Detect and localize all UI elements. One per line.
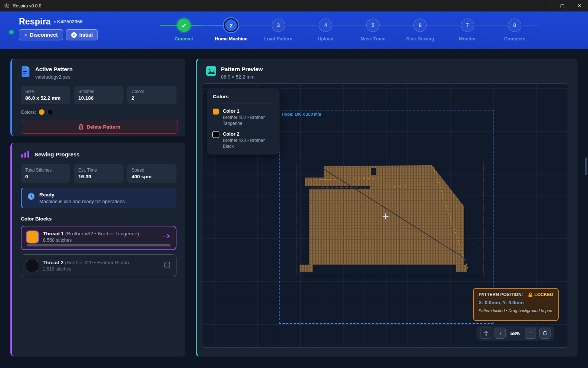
app-logo-icon bbox=[4, 3, 10, 9]
pattern-preview-card: Pattern Preview 86.0 × 52.2 mm Hoop: 100… bbox=[196, 59, 578, 357]
fit-view-button[interactable] bbox=[480, 328, 491, 339]
layers-stack-icon bbox=[163, 262, 171, 270]
preview-canvas[interactable]: Hoop: 100 x 100 mm bbox=[203, 83, 568, 348]
locked-badge: LOCKED bbox=[534, 292, 553, 297]
close-button[interactable]: ✕ bbox=[571, 0, 588, 11]
image-icon bbox=[206, 66, 216, 76]
maximize-button[interactable]: ▢ bbox=[554, 0, 571, 11]
reset-view-button[interactable] bbox=[539, 328, 551, 339]
step-upload[interactable]: 4 Upload bbox=[302, 17, 350, 42]
pattern-dimensions: 86.0 × 52.2 mm bbox=[221, 74, 263, 80]
hoop-label: Hoop: 100 x 100 mm bbox=[282, 112, 321, 116]
bar-chart-icon bbox=[21, 150, 30, 158]
x-icon: × bbox=[24, 32, 27, 38]
thread-2-swatch bbox=[26, 260, 38, 272]
step-done-check-icon bbox=[177, 19, 191, 32]
pattern-position-overlay: PATTERN POSITION: LOCKED X: 0.0mm, Y: 0.… bbox=[473, 288, 559, 321]
window-title: Respira v0.0.0 bbox=[13, 3, 41, 9]
embroidery-pattern[interactable] bbox=[297, 162, 483, 276]
zoom-level: 58% bbox=[509, 331, 522, 336]
document-icon bbox=[21, 66, 30, 77]
delete-pattern-button[interactable]: Delete Pattern bbox=[21, 120, 178, 134]
minimize-button[interactable]: – bbox=[537, 0, 554, 11]
step-connect[interactable]: Connect bbox=[160, 17, 208, 42]
stat-size: Size 86.0 x 52.2 mm bbox=[21, 86, 70, 104]
clock-icon bbox=[27, 193, 35, 200]
initial-button[interactable]: Initial bbox=[66, 29, 98, 40]
app-name: Respira bbox=[19, 17, 51, 27]
stat-est-time: Est. Time 16:39 bbox=[74, 164, 123, 183]
pattern-lock-hint: Pattern locked • Drag background to pan bbox=[479, 308, 553, 313]
pattern-colors-row: Colors: bbox=[12, 104, 185, 115]
hoop-center-crosshair bbox=[383, 213, 389, 219]
machine-serial: • K4P502956 bbox=[54, 19, 83, 24]
thread-2-block[interactable]: Thread 2 (Brother #20 • Brother Black) 1… bbox=[21, 254, 176, 277]
zoom-in-button[interactable]: + bbox=[495, 328, 506, 339]
legend-swatch-1 bbox=[213, 109, 219, 115]
legend-swatch-2 bbox=[213, 132, 219, 137]
step-start-sewing[interactable]: 6 Start Sewing bbox=[397, 17, 444, 42]
legend-color-1: Color 1 Brother #52 • Brother Tangerine bbox=[213, 108, 274, 126]
active-pattern-title: Active Pattern bbox=[35, 66, 73, 72]
pattern-position-label: PATTERN POSITION: bbox=[479, 292, 523, 297]
active-pattern-card: Active Pattern valetudogv2.pes Size 86.0… bbox=[10, 59, 185, 136]
stat-colors: Colors 2 bbox=[127, 86, 176, 104]
step-load-pattern[interactable]: 3 Load Pattern bbox=[255, 17, 302, 42]
machine-status-box: Ready Machine is idle and ready for oper… bbox=[21, 188, 176, 208]
thread-1-block[interactable]: Thread 1 (Brother #52 • Brother Tangerin… bbox=[21, 226, 176, 250]
title-bar: Respira v0.0.0 – ▢ ✕ bbox=[0, 0, 588, 11]
workflow-stepper: Connect 2 Home Machine 3 Load Pattern 4 … bbox=[160, 17, 538, 42]
legend-color-2: Color 2 Brother #20 • Brother Black bbox=[213, 131, 274, 149]
stat-speed: Speed 400 spm bbox=[127, 164, 176, 183]
color-swatch-black bbox=[47, 109, 53, 115]
step-home-machine[interactable]: 2 Home Machine bbox=[208, 17, 255, 42]
sewing-progress-card: Sewing Progress Total Stitches 0 Est. Ti… bbox=[10, 143, 185, 357]
pattern-coordinates: X: 0.0mm, Y: 0.0mm bbox=[479, 300, 553, 305]
trash-icon bbox=[79, 124, 83, 130]
stat-stitches: Stitches 10.186 bbox=[74, 86, 123, 104]
zoom-out-button[interactable]: − bbox=[525, 328, 536, 339]
pattern-bounds-box bbox=[297, 162, 483, 276]
zoom-controls: + 58% − bbox=[476, 326, 554, 341]
step-complete[interactable]: 8 Complete bbox=[491, 17, 539, 42]
pattern-filename: valetudogv2.pes bbox=[35, 74, 73, 80]
fit-view-icon bbox=[483, 330, 489, 336]
app-header: Respira • K4P502956 × Disconnect Initial bbox=[0, 11, 588, 49]
disconnect-button[interactable]: × Disconnect bbox=[19, 29, 63, 40]
sewing-progress-title: Sewing Progress bbox=[34, 151, 80, 158]
stat-total-stitches: Total Stitches 0 bbox=[21, 164, 70, 183]
thread-1-progress-bar bbox=[27, 244, 171, 246]
connection-status-dot bbox=[9, 30, 14, 34]
step-monitor[interactable]: 7 Monitor bbox=[444, 17, 491, 42]
scrollbar-thumb[interactable] bbox=[585, 158, 587, 175]
thread-1-swatch bbox=[27, 231, 38, 243]
pattern-preview-title: Pattern Preview bbox=[221, 66, 263, 72]
status-description: Machine is idle and ready for operations bbox=[39, 199, 125, 204]
reset-view-icon bbox=[542, 330, 548, 336]
color-swatch-tangerine bbox=[39, 109, 44, 115]
colors-legend: Colors Color 1 Brother #52 • Brother Tan… bbox=[207, 89, 280, 155]
arrow-right-icon bbox=[162, 233, 171, 241]
check-circle-icon bbox=[71, 32, 77, 38]
color-blocks-heading: Color Blocks bbox=[12, 208, 185, 222]
status-title: Ready bbox=[39, 192, 125, 198]
step-mask-trace[interactable]: 5 Mask Trace bbox=[349, 17, 397, 42]
lock-icon bbox=[528, 292, 532, 297]
